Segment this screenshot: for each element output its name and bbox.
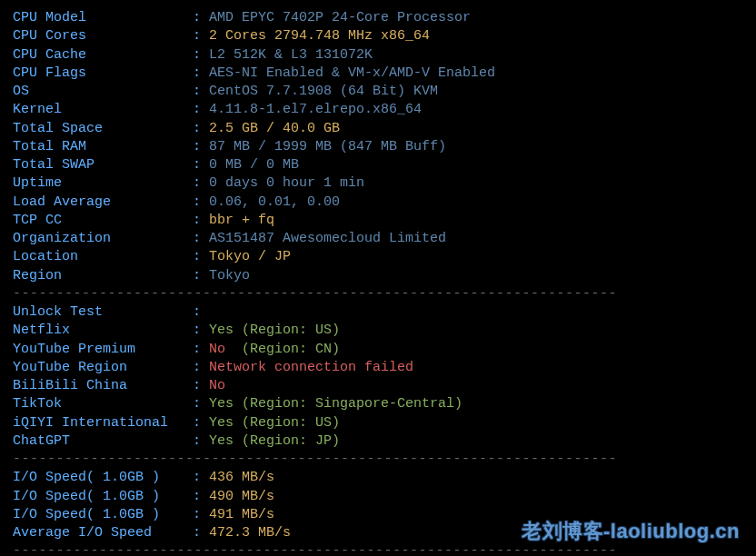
separator: : [193, 342, 209, 357]
system-info-row: TCP CC : bbr + fq [13, 212, 745, 230]
system-label: CPU Cores [13, 28, 193, 44]
system-value: bbr + fq [209, 213, 274, 228]
unlock-label: iQIYI International [13, 415, 193, 431]
io-value: 491 MB/s [209, 507, 274, 522]
system-value: 2.5 GB / 40.0 GB [209, 121, 340, 136]
unlock-status: Network connection failed [209, 360, 413, 375]
unlock-label: BiliBili China [13, 378, 193, 393]
unlock-status: Yes [209, 433, 234, 449]
system-info-row: Total RAM : 87 MB / 1999 MB (847 MB Buff… [13, 138, 745, 156]
system-info-row: CPU Cache : L2 512K & L3 131072K [13, 46, 745, 65]
io-speed-row: I/O Speed( 1.0GB ) : 490 MB/s [13, 488, 745, 506]
system-value: 0.06, 0.01, 0.00 [209, 194, 340, 210]
system-info-row: CPU Model : AMD EPYC 7402P 24-Core Proce… [13, 9, 745, 27]
system-info-row: OS : CentOS 7.7.1908 (64 Bit) KVM [13, 83, 745, 101]
system-value: 0 days 0 hour 1 min [209, 175, 364, 191]
system-label: CPU Flags [13, 65, 193, 81]
unlock-label: YouTube Region [13, 360, 193, 375]
unlock-status: No [209, 378, 225, 393]
system-info-row: Total Space : 2.5 GB / 40.0 GB [13, 120, 745, 138]
system-label: Location [13, 249, 193, 264]
separator: : [193, 84, 209, 99]
unlock-region: (Region: US) [234, 415, 340, 431]
system-value: AMD EPYC 7402P 24-Core Processor [209, 10, 471, 25]
io-value: 490 MB/s [209, 489, 274, 504]
separator: : [193, 470, 209, 485]
system-label: CPU Model [13, 10, 193, 25]
separator: : [193, 323, 209, 338]
system-info-row: CPU Flags : AES-NI Enabled & VM-x/AMD-V … [13, 65, 745, 83]
system-label: Total RAM [13, 139, 193, 154]
unlock-region: (Region: JP) [234, 433, 340, 449]
system-label: Region [13, 268, 193, 283]
divider: ----------------------------------------… [13, 451, 745, 469]
divider: ----------------------------------------… [13, 285, 745, 303]
separator: : [193, 175, 209, 191]
separator: : [193, 507, 209, 522]
io-value: 472.3 MB/s [209, 525, 291, 541]
unlock-header-label: Unlock Test [13, 304, 193, 320]
unlock-row: YouTube Region : Network connection fail… [13, 359, 745, 377]
system-info-row: Uptime : 0 days 0 hour 1 min [13, 174, 745, 193]
separator: : [193, 304, 201, 320]
unlock-label: YouTube Premium [13, 342, 193, 357]
unlock-label: TikTok [13, 396, 193, 412]
separator: : [193, 102, 209, 117]
system-label: CPU Cache [13, 47, 193, 63]
system-label: OS [13, 84, 193, 99]
io-speed-row: I/O Speed( 1.0GB ) : 436 MB/s [13, 469, 745, 487]
unlock-status: Yes [209, 415, 234, 431]
io-label: I/O Speed( 1.0GB ) [13, 507, 193, 522]
separator: : [193, 525, 209, 541]
system-label: Kernel [13, 102, 193, 117]
separator: : [193, 360, 209, 375]
unlock-status: Yes [209, 323, 234, 338]
separator: : [193, 378, 209, 393]
separator: : [193, 415, 209, 431]
system-info-row: Region : Tokyo [13, 267, 745, 285]
unlock-row: iQIYI International : Yes (Region: US) [13, 414, 745, 432]
unlock-row: BiliBili China : No [13, 377, 745, 395]
unlock-row: Netflix : Yes (Region: US) [13, 322, 745, 340]
system-label: TCP CC [13, 213, 193, 228]
io-label: Average I/O Speed [13, 525, 193, 541]
system-value: Tokyo [209, 268, 250, 283]
system-value: L2 512K & L3 131072K [209, 47, 373, 63]
separator: : [193, 433, 209, 449]
unlock-row: YouTube Premium : No (Region: CN) [13, 341, 745, 359]
unlock-status: No [209, 342, 234, 357]
system-info-row: Load Average : 0.06, 0.01, 0.00 [13, 194, 745, 212]
system-info-section: CPU Model : AMD EPYC 7402P 24-Core Proce… [13, 9, 745, 285]
system-value: AS151487 Awesomecloud Limited [209, 231, 446, 246]
separator: : [193, 231, 209, 246]
system-label: Total Space [13, 121, 193, 136]
separator: : [193, 249, 209, 264]
io-value: 436 MB/s [209, 470, 274, 485]
separator: : [193, 65, 209, 81]
system-value: 0 MB / 0 MB [209, 157, 299, 173]
separator: : [193, 194, 209, 210]
system-label: Load Average [13, 194, 193, 210]
watermark: 老刘博客-laoliublog.cn [522, 518, 740, 545]
io-label: I/O Speed( 1.0GB ) [13, 489, 193, 504]
system-value: 87 MB / 1999 MB (847 MB Buff) [209, 139, 446, 154]
separator: : [193, 396, 209, 412]
unlock-region: (Region: Singapore-Central) [234, 396, 463, 412]
system-info-row: Organization : AS151487 Awesomecloud Lim… [13, 230, 745, 248]
unlock-status: Yes [209, 396, 234, 412]
unlock-region: (Region: CN) [234, 342, 340, 357]
separator: : [193, 10, 209, 25]
system-info-row: Kernel : 4.11.8-1.el7.elrepo.x86_64 [13, 101, 745, 119]
system-value: 4.11.8-1.el7.elrepo.x86_64 [209, 102, 422, 117]
system-info-row: Location : Tokyo / JP [13, 248, 745, 266]
unlock-region: (Region: US) [234, 323, 340, 338]
unlock-test-section: Unlock Test :Netflix : Yes (Region: US)Y… [13, 303, 745, 451]
separator: : [193, 28, 209, 44]
separator: : [193, 121, 209, 136]
separator: : [193, 213, 209, 228]
separator: : [193, 47, 209, 63]
system-label: Uptime [13, 175, 193, 191]
system-value: AES-NI Enabled & VM-x/AMD-V Enabled [209, 65, 495, 81]
io-label: I/O Speed( 1.0GB ) [13, 470, 193, 485]
system-value: CentOS 7.7.1908 (64 Bit) KVM [209, 84, 438, 99]
